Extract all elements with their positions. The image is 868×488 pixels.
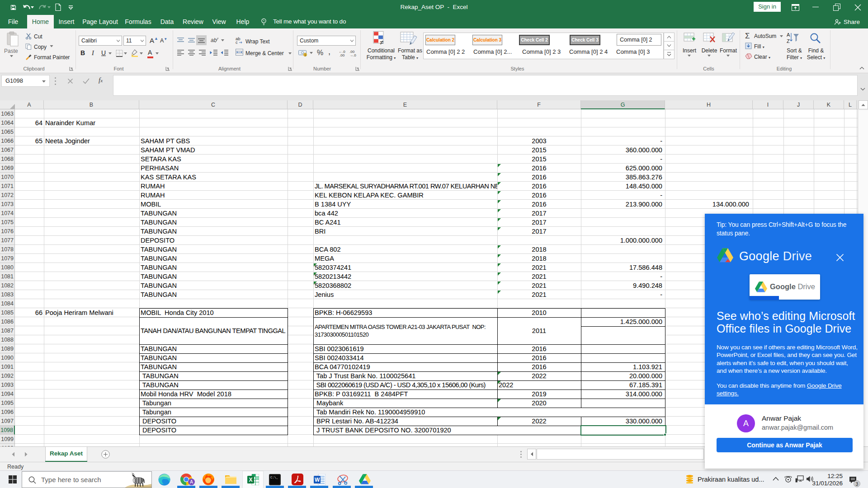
svg-text:A: A	[787, 32, 790, 38]
svg-text:→.0: →.0	[349, 53, 356, 57]
svg-text:W: W	[315, 477, 320, 483]
svg-text:X: X	[249, 477, 253, 483]
svg-text:ab: ab	[211, 37, 217, 43]
svg-text:≠: ≠	[380, 38, 383, 46]
svg-text:.00: .00	[340, 53, 345, 57]
svg-text:$: $	[304, 53, 306, 56]
svg-text:C:\_: C:\_	[270, 476, 278, 479]
svg-text:Z: Z	[787, 38, 790, 44]
svg-text:c: c	[236, 40, 238, 44]
